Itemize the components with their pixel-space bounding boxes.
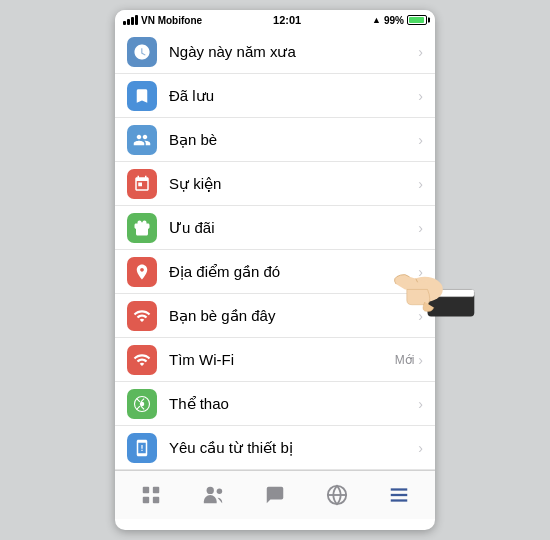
dia-diem-label: Địa điểm gần đó — [169, 263, 418, 281]
the-thao-label: Thể thao — [169, 395, 418, 413]
ngay-nay-icon — [127, 37, 157, 67]
tim-wifi-chevron: › — [418, 352, 423, 368]
menu-item-yeu-cau[interactable]: Yêu cầu từ thiết bị› — [115, 426, 435, 470]
friends-icon — [202, 484, 224, 506]
svg-point-2 — [140, 401, 145, 406]
dia-diem-icon — [127, 257, 157, 287]
svg-rect-4 — [153, 487, 159, 493]
da-luu-label: Đã lưu — [169, 87, 418, 105]
tab-messenger[interactable] — [244, 471, 306, 519]
svg-rect-5 — [143, 497, 149, 503]
tab-globe[interactable] — [306, 471, 368, 519]
ban-be-chevron: › — [418, 132, 423, 148]
signal-icon — [123, 15, 138, 25]
svg-rect-6 — [153, 497, 159, 503]
location-icon: ▲ — [372, 15, 381, 25]
menu-item-tim-wifi[interactable]: Tìm Wi-FiMới› — [115, 338, 435, 382]
the-thao-chevron: › — [418, 396, 423, 412]
uu-dai-icon — [127, 213, 157, 243]
ban-be-gan-day-label: Bạn bè gần đây — [169, 307, 418, 325]
globe-icon — [326, 484, 348, 506]
tim-wifi-label: Tìm Wi-Fi — [169, 351, 395, 368]
yeu-cau-icon — [127, 433, 157, 463]
menu-item-su-kien[interactable]: Sự kiện› — [115, 162, 435, 206]
su-kien-icon — [127, 169, 157, 199]
menu-item-da-luu[interactable]: Đã lưu› — [115, 74, 435, 118]
battery-icon — [407, 15, 427, 25]
uu-dai-chevron: › — [418, 220, 423, 236]
su-kien-chevron: › — [418, 176, 423, 192]
menu-item-the-thao[interactable]: Thể thao› — [115, 382, 435, 426]
ban-be-label: Bạn bè — [169, 131, 418, 149]
ban-be-gan-day-icon — [127, 301, 157, 331]
status-right: ▲ 99% — [372, 15, 427, 26]
status-bar: VN Mobifone 12:01 ▲ 99% — [115, 10, 435, 30]
messenger-icon — [264, 484, 286, 506]
menu-list: Ngày này năm xưa›Đã lưu›Bạn bè›Sự kiện›Ư… — [115, 30, 435, 470]
bottom-tab-bar — [115, 470, 435, 519]
da-luu-chevron: › — [418, 88, 423, 104]
svg-point-7 — [207, 487, 214, 494]
the-thao-icon — [127, 389, 157, 419]
yeu-cau-label: Yêu cầu từ thiết bị — [169, 439, 418, 457]
menu-item-ban-be[interactable]: Bạn bè› — [115, 118, 435, 162]
menu-item-uu-dai[interactable]: Ưu đãi› — [115, 206, 435, 250]
tim-wifi-badge: Mới — [395, 353, 415, 367]
ngay-nay-chevron: › — [418, 44, 423, 60]
status-left: VN Mobifone — [123, 15, 202, 26]
uu-dai-label: Ưu đãi — [169, 219, 418, 237]
menu-icon — [388, 484, 410, 506]
su-kien-label: Sự kiện — [169, 175, 418, 193]
menu-item-ngay-nay[interactable]: Ngày này năm xưa› — [115, 30, 435, 74]
svg-rect-3 — [143, 487, 149, 493]
tab-home[interactable] — [120, 471, 182, 519]
tim-wifi-icon — [127, 345, 157, 375]
time-label: 12:01 — [273, 14, 301, 26]
svg-point-8 — [217, 489, 223, 495]
home-icon — [140, 484, 162, 506]
da-luu-icon — [127, 81, 157, 111]
ngay-nay-label: Ngày này năm xưa — [169, 43, 418, 61]
tab-friends[interactable] — [182, 471, 244, 519]
carrier-label: VN Mobifone — [141, 15, 202, 26]
yeu-cau-chevron: › — [418, 440, 423, 456]
ban-be-icon — [127, 125, 157, 155]
battery-percent: 99% — [384, 15, 404, 26]
tab-menu[interactable] — [368, 471, 430, 519]
hand-pointer — [387, 254, 477, 324]
